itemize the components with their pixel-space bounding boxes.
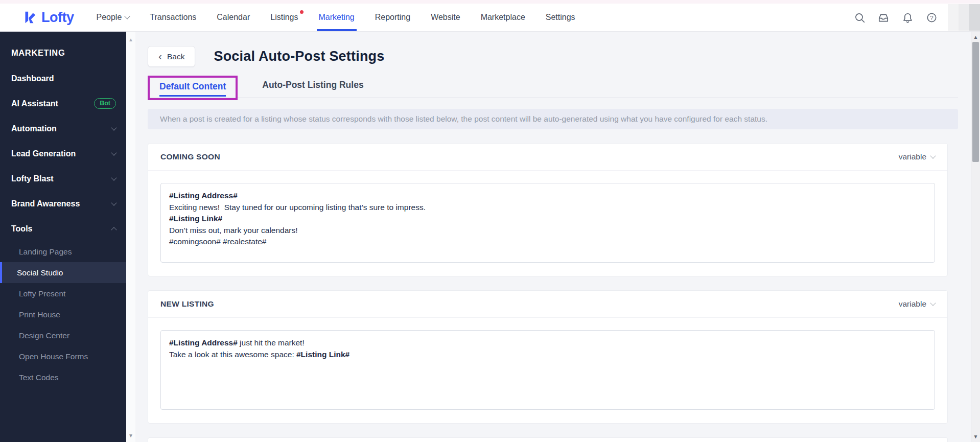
bell-icon[interactable] xyxy=(901,11,914,24)
app-root: Lofty PeopleTransactionsCalendarListings… xyxy=(0,0,980,442)
sidebar-subitem-label: Design Center xyxy=(19,331,69,340)
sidebar: MARKETING DashboardAI AssistantBotAutoma… xyxy=(0,32,126,442)
sidebar-item-text-codes[interactable]: Text Codes xyxy=(0,367,126,388)
nav-calendar[interactable]: Calendar xyxy=(217,4,250,31)
post-content-textarea[interactable]: #Listing Address# just hit the market!Ta… xyxy=(160,330,935,410)
lofty-logo[interactable]: Lofty xyxy=(21,4,74,31)
nav-marketplace[interactable]: Marketplace xyxy=(481,4,525,31)
variable-dropdown[interactable]: variable xyxy=(899,299,935,309)
page-header-row: ‹ Back Social Auto-Post Settings xyxy=(148,46,958,67)
chevron-left-icon: ‹ xyxy=(158,51,162,61)
chevron-down-icon xyxy=(111,125,116,130)
annotation-highlight-box: Default Content xyxy=(148,76,238,100)
variable-dropdown-label: variable xyxy=(899,299,926,309)
nav-label: Website xyxy=(431,13,460,22)
sidebar-item-print-house[interactable]: Print House xyxy=(0,304,126,325)
card-header: NEW LISTINGvariable xyxy=(148,291,947,318)
sidebar-section-title: MARKETING xyxy=(11,48,115,58)
browser-artifact-blocks xyxy=(948,4,980,31)
card-coming-soon: COMING SOONvariable#Listing Address#Exci… xyxy=(148,143,948,276)
info-banner: When a post is created for a listing who… xyxy=(148,109,958,129)
nav-label: Settings xyxy=(546,13,575,22)
nav-reporting[interactable]: Reporting xyxy=(375,4,410,31)
sidebar-item-ai-assistant[interactable]: AI AssistantBot xyxy=(0,91,126,116)
nav-label: Transactions xyxy=(150,13,196,22)
nav-listings[interactable]: Listings xyxy=(270,4,298,31)
tabs: Default ContentAuto-Post Listing Rules xyxy=(148,73,958,98)
sidebar-subitem-label: Text Codes xyxy=(19,373,59,382)
sidebar-item-label: Lofty Blast xyxy=(11,174,54,183)
sidebar-item-social-studio[interactable]: Social Studio xyxy=(0,262,126,283)
notification-dot xyxy=(300,10,304,14)
chevron-down-icon xyxy=(111,150,116,155)
nav-website[interactable]: Website xyxy=(431,4,460,31)
search-icon[interactable] xyxy=(853,11,866,24)
chevron-down-icon xyxy=(930,153,936,158)
nav-label: Calendar xyxy=(217,13,250,22)
main-nav: PeopleTransactionsCalendarListingsMarket… xyxy=(96,4,575,31)
post-text: Don’t miss out, mark your calendars! xyxy=(169,226,298,235)
post-text: Exciting news! Stay tuned for our upcomi… xyxy=(169,203,426,212)
post-text: just hit the market! xyxy=(238,338,305,347)
scroll-up-icon[interactable]: ▲ xyxy=(126,36,135,44)
sidebar-item-lofty-blast[interactable]: Lofty Blast xyxy=(0,166,126,191)
variable-dropdown-label: variable xyxy=(899,152,926,161)
merge-variable: #Listing Link# xyxy=(296,350,349,359)
lofty-logo-icon xyxy=(21,10,37,25)
card-new-listing: NEW LISTINGvariable#Listing Address# jus… xyxy=(148,290,948,424)
sidebar-item-label: AI Assistant xyxy=(11,99,58,108)
page-title: Social Auto-Post Settings xyxy=(214,49,384,64)
sidebar-item-tools[interactable]: Tools xyxy=(0,216,126,241)
chevron-down-icon xyxy=(930,300,936,306)
chevron-down-icon xyxy=(111,200,116,205)
sidebar-item-lofty-present[interactable]: Lofty Present xyxy=(0,283,126,304)
scroll-down-icon[interactable]: ▼ xyxy=(971,432,980,441)
bot-badge: Bot xyxy=(94,98,116,109)
sidebar-item-automation[interactable]: Automation xyxy=(0,116,126,141)
sidebar-item-label: Automation xyxy=(11,124,57,133)
scroll-up-icon[interactable]: ▲ xyxy=(971,33,980,41)
next-card-sliver xyxy=(148,437,948,442)
sidebar-subitem-label: Print House xyxy=(19,310,60,319)
page-scrollbar[interactable]: ▲ ▼ xyxy=(971,32,980,442)
card-body: #Listing Address#Exciting news! Stay tun… xyxy=(148,171,947,276)
sidebar-item-label: Brand Awareness xyxy=(11,199,80,208)
sidebar-item-dashboard[interactable]: Dashboard xyxy=(0,66,126,91)
sidebar-item-lead-generation[interactable]: Lead Generation xyxy=(0,141,126,166)
top-header: Lofty PeopleTransactionsCalendarListings… xyxy=(0,0,980,32)
tab-auto-post-listing-rules[interactable]: Auto-Post Listing Rules xyxy=(262,80,363,90)
main-content: ‹ Back Social Auto-Post Settings Default… xyxy=(135,32,971,442)
content-left-scrollbar[interactable]: ▲ ▼ xyxy=(126,32,135,442)
nav-settings[interactable]: Settings xyxy=(546,4,575,31)
nav-transactions[interactable]: Transactions xyxy=(150,4,196,31)
inbox-icon[interactable] xyxy=(877,11,890,24)
post-content-textarea[interactable]: #Listing Address#Exciting news! Stay tun… xyxy=(160,183,935,263)
scroll-down-icon[interactable]: ▼ xyxy=(126,432,135,440)
sidebar-item-brand-awareness[interactable]: Brand Awareness xyxy=(0,191,126,216)
help-icon[interactable]: ? xyxy=(925,11,938,24)
sidebar-item-open-house-forms[interactable]: Open House Forms xyxy=(0,346,126,367)
sidebar-item-label: Lead Generation xyxy=(11,149,76,158)
sidebar-subitem-label: Landing Pages xyxy=(19,247,72,257)
back-button[interactable]: ‹ Back xyxy=(148,46,195,67)
post-content-line: Take a look at this awesome space: #List… xyxy=(169,349,926,361)
nav-people[interactable]: People xyxy=(96,4,129,31)
chevron-down-icon xyxy=(111,175,116,180)
sidebar-item-landing-pages[interactable]: Landing Pages xyxy=(0,241,126,262)
sidebar-item-label: Dashboard xyxy=(11,74,54,83)
nav-label: People xyxy=(96,13,122,22)
tab-default-content[interactable]: Default Content xyxy=(159,81,226,97)
sidebar-item-label: Tools xyxy=(11,224,32,234)
sidebar-item-design-center[interactable]: Design Center xyxy=(0,325,126,346)
merge-variable: #Listing Link# xyxy=(169,214,222,223)
variable-dropdown[interactable]: variable xyxy=(899,152,935,161)
nav-marketing[interactable]: Marketing xyxy=(319,4,355,31)
chevron-down-icon xyxy=(125,13,130,19)
header-icons: ? xyxy=(853,4,938,31)
nav-label: Marketing xyxy=(319,13,355,22)
status-cards: COMING SOONvariable#Listing Address#Exci… xyxy=(148,143,958,424)
sidebar-subitem-label: Social Studio xyxy=(17,268,63,277)
scrollbar-thumb[interactable] xyxy=(972,42,979,162)
post-content-line: #Listing Address# just hit the market! xyxy=(169,337,926,349)
merge-variable: #Listing Address# xyxy=(169,191,238,200)
